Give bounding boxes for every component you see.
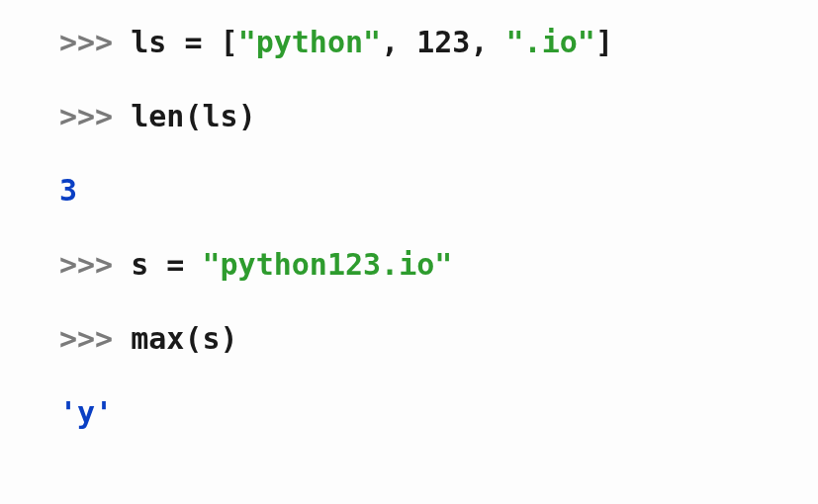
paren-open: ( bbox=[184, 99, 202, 133]
repl-line-4: >>> max(s) bbox=[59, 316, 759, 361]
repl-output-2: 'y' bbox=[59, 390, 759, 435]
string-literal: ".io" bbox=[506, 25, 595, 59]
variable-name: ls bbox=[131, 25, 166, 59]
list-open-bracket: [ bbox=[221, 25, 238, 59]
number-literal: 123 bbox=[416, 25, 470, 59]
repl-line-1: >>> ls = ["python", 123, ".io"] bbox=[59, 20, 759, 64]
list-close-bracket: ] bbox=[595, 25, 613, 59]
variable-name: s bbox=[131, 247, 148, 282]
repl-line-2: >>> len(ls) bbox=[59, 94, 759, 138]
repl-line-3: >>> s = "python123.io" bbox=[59, 242, 759, 287]
string-literal: "python123.io" bbox=[203, 247, 453, 282]
function-name: max bbox=[131, 321, 184, 356]
assign-operator: = bbox=[148, 247, 202, 282]
argument-name: s bbox=[203, 321, 221, 356]
prompt-icon: >>> bbox=[59, 247, 131, 282]
output-value: 'y' bbox=[59, 395, 113, 430]
paren-close: ) bbox=[238, 99, 256, 133]
comma-separator: , bbox=[470, 25, 505, 59]
prompt-icon: >>> bbox=[59, 25, 131, 59]
prompt-icon: >>> bbox=[59, 99, 131, 133]
argument-name: ls bbox=[203, 99, 238, 133]
comma-separator: , bbox=[381, 25, 416, 59]
python-repl-session: >>> ls = ["python", 123, ".io"] >>> len(… bbox=[0, 0, 818, 484]
output-value: 3 bbox=[59, 173, 77, 208]
function-name: len bbox=[131, 99, 184, 133]
prompt-icon: >>> bbox=[59, 321, 131, 356]
paren-open: ( bbox=[184, 321, 202, 356]
string-literal: "python" bbox=[238, 25, 382, 59]
assign-operator: = bbox=[166, 25, 220, 59]
repl-output-1: 3 bbox=[59, 168, 759, 212]
paren-close: ) bbox=[221, 321, 238, 356]
